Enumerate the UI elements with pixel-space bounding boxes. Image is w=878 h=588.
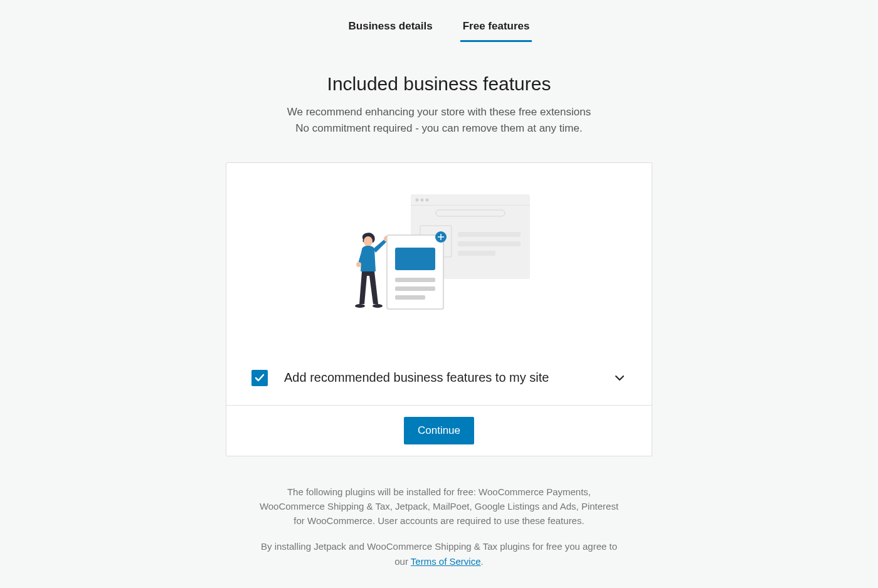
svg-point-12 — [356, 262, 361, 267]
terms-link[interactable]: Terms of Service — [411, 556, 481, 567]
terms-disclaimer: By installing Jetpack and WooCommerce Sh… — [257, 539, 621, 569]
checkmark-icon — [254, 372, 265, 384]
footer: The following plugins will be installed … — [257, 485, 621, 569]
page-title: Included business features — [0, 73, 878, 95]
svg-rect-7 — [458, 232, 521, 237]
svg-point-13 — [355, 304, 365, 308]
svg-rect-8 — [458, 241, 521, 246]
svg-point-1 — [416, 198, 419, 201]
features-card: Add recommended business features to my … — [226, 162, 652, 456]
expand-toggle[interactable] — [613, 371, 627, 385]
svg-rect-18 — [395, 286, 435, 291]
svg-rect-16 — [395, 248, 435, 270]
svg-point-10 — [364, 236, 373, 246]
illustration — [226, 163, 652, 351]
svg-point-3 — [426, 198, 429, 201]
continue-button[interactable]: Continue — [404, 417, 474, 444]
tab-business-details[interactable]: Business details — [346, 13, 435, 42]
checkbox-row: Add recommended business features to my … — [226, 351, 652, 405]
svg-rect-4 — [411, 205, 530, 206]
button-row: Continue — [226, 405, 652, 456]
svg-point-2 — [421, 198, 424, 201]
chevron-down-icon — [613, 371, 627, 385]
checkbox-label: Add recommended business features to my … — [284, 370, 596, 385]
svg-rect-9 — [458, 251, 495, 256]
svg-point-14 — [373, 304, 383, 308]
svg-rect-19 — [395, 295, 425, 300]
add-features-checkbox[interactable] — [251, 370, 268, 386]
tabs: Business details Free features — [0, 0, 878, 42]
svg-rect-17 — [395, 278, 435, 282]
page-header: Included business features We recommend … — [0, 73, 878, 137]
plugins-disclaimer: The following plugins will be installed … — [257, 485, 621, 528]
page-subtitle: We recommend enhancing your store with t… — [0, 104, 878, 137]
tab-free-features[interactable]: Free features — [460, 13, 532, 42]
